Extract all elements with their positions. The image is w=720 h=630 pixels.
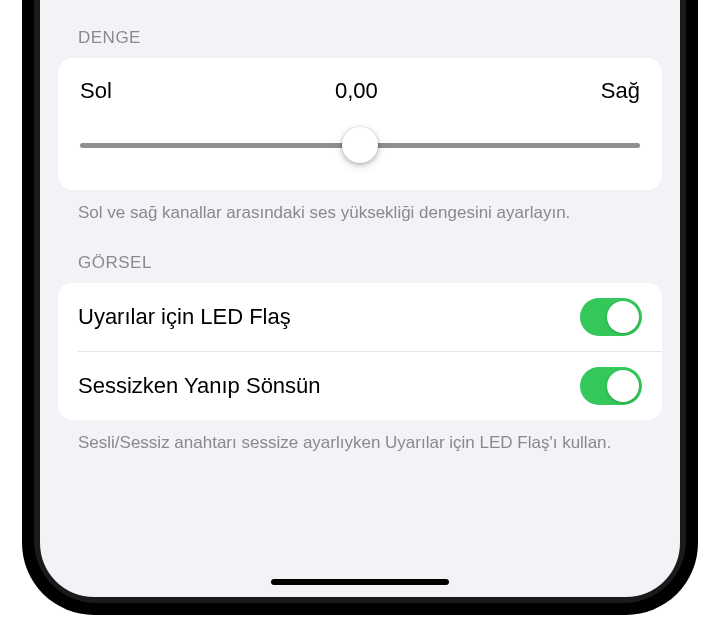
- balance-left-label: Sol: [80, 78, 112, 104]
- balance-slider[interactable]: [80, 130, 640, 160]
- flash-on-silent-toggle[interactable]: [580, 367, 642, 405]
- visual-section-header: GÖRSEL: [58, 225, 662, 283]
- balance-right-label: Sağ: [601, 78, 640, 104]
- slider-thumb[interactable]: [342, 127, 378, 163]
- balance-labels: Sol 0,00 Sağ: [80, 78, 640, 104]
- phone-frame: DENGE Sol 0,00 Sağ Sol ve sağ kanallar a…: [22, 0, 698, 615]
- balance-card: Sol 0,00 Sağ: [58, 58, 662, 190]
- flash-on-silent-label: Sessizken Yanıp Sönsün: [78, 373, 321, 399]
- balance-value: 0,00: [335, 78, 378, 104]
- led-flash-label: Uyarılar için LED Flaş: [78, 304, 291, 330]
- led-flash-toggle[interactable]: [580, 298, 642, 336]
- toggle-thumb: [607, 370, 639, 402]
- balance-section-header: DENGE: [58, 0, 662, 58]
- flash-on-silent-row: Sessizken Yanıp Sönsün: [78, 351, 662, 420]
- balance-footer: Sol ve sağ kanallar arasındaki ses yükse…: [58, 190, 662, 225]
- visual-card: Uyarılar için LED Flaş Sessizken Yanıp S…: [58, 283, 662, 420]
- screen: DENGE Sol 0,00 Sağ Sol ve sağ kanallar a…: [40, 0, 680, 597]
- led-flash-row: Uyarılar için LED Flaş: [58, 283, 662, 351]
- home-indicator[interactable]: [271, 579, 449, 585]
- phone-inner: DENGE Sol 0,00 Sağ Sol ve sağ kanallar a…: [34, 0, 686, 603]
- toggle-thumb: [607, 301, 639, 333]
- visual-footer: Sesli/Sessiz anahtarı sessize ayarlıyken…: [58, 420, 662, 455]
- settings-content: DENGE Sol 0,00 Sağ Sol ve sağ kanallar a…: [40, 0, 680, 455]
